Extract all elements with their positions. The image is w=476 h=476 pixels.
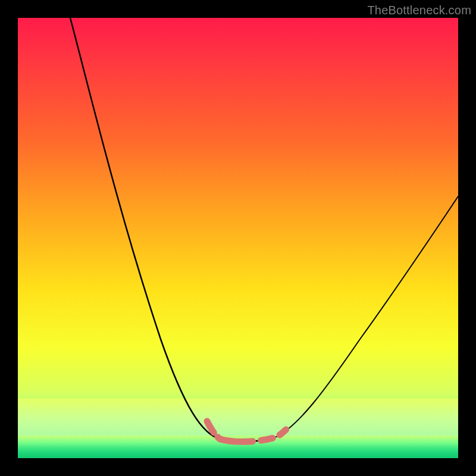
dashed-highlight-2	[220, 438, 274, 441]
curve-path-right	[274, 196, 458, 438]
plot-area	[18, 18, 458, 458]
bottleneck-curve	[18, 18, 458, 458]
watermark-label: TheBottleneck.com	[367, 4, 471, 17]
curve-path-left	[70, 18, 220, 439]
dashed-highlight-3	[280, 422, 293, 435]
chart-frame: TheBottleneck.com	[0, 0, 476, 476]
